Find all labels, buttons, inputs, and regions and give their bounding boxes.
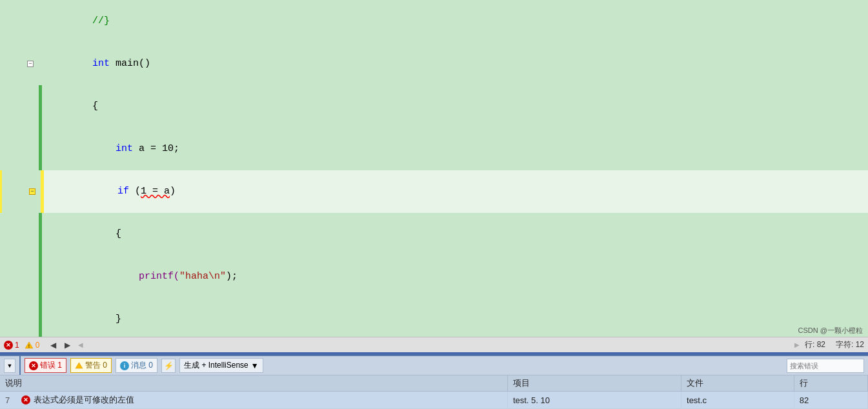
line-text-4: int a = 10; (42, 128, 868, 170)
error-search-input[interactable] (787, 359, 864, 373)
nav-arrows: ◀ ▶ (47, 339, 73, 351)
scroll-arrow-right: ▶ (794, 341, 800, 348)
line-gutter-4 (0, 128, 39, 170)
keyword-int2: int (116, 143, 133, 154)
line-indicator-9 (26, 315, 35, 324)
info-badge-label: 消息 0 (131, 360, 153, 371)
cell-line: 82 (794, 392, 867, 409)
code-comment: //} (92, 15, 110, 26)
line-text-5: if (1 = a) (44, 170, 868, 213)
code-line-8: printf("haha\n"); (0, 255, 868, 298)
collapse-button-2[interactable]: − (27, 61, 34, 67)
info-badge-icon: i (120, 361, 129, 370)
col-info: 字符: 12 (836, 339, 864, 350)
error-panel: ▼ ✕ 错误 1 警告 0 i 消息 0 ⚡ 生成 + IntelliSense… (0, 355, 868, 409)
table-row[interactable]: 7 ✕ 表达式必须是可修改的左值 test. 5. 10 test.c 82 (0, 392, 868, 409)
build-label: 生成 + IntelliSense (184, 360, 248, 371)
func-printf: printf( (139, 271, 179, 282)
code-brace2: { (116, 228, 121, 239)
code-text2: a = 10; (133, 143, 179, 154)
toolbar-separator1 (19, 356, 21, 375)
error-cell: 7 ✕ 表达式必须是可修改的左值 (5, 394, 502, 406)
indent7 (92, 228, 116, 239)
code-line-3: { (0, 85, 868, 128)
code-content: //} − int main() { (0, 0, 868, 337)
warning-filter-button[interactable]: 警告 0 (70, 358, 112, 373)
warning-count-label: 0 (35, 341, 40, 350)
line-gutter-9 (0, 298, 39, 337)
line-indicator-1 (26, 17, 35, 26)
string-haha: "haha\n" (179, 271, 226, 282)
line-text-3: { (42, 85, 868, 128)
attribution: CSDN @一颗小橙粒 (798, 326, 863, 335)
error-table: 说明 项目 文件 行 7 ✕ 表达式必须是可修改的左值 test. 5. 10 … (0, 375, 868, 409)
status-bar: ✕ 1 ! 0 ◀ ▶ ◀ ▶ 行: 82 字符: 12 (0, 337, 868, 352)
warning-badge-icon (75, 362, 83, 369)
code-editor: //} − int main() { (0, 0, 868, 337)
warning-count: ! 0 (25, 341, 40, 350)
code-if-cond: ( (129, 186, 141, 197)
cell-description: 7 ✕ 表达式必须是可修改的左值 (0, 392, 507, 409)
info-filter-button[interactable]: i 消息 0 (116, 358, 157, 373)
error-badge-label: 错误 1 (40, 360, 62, 371)
code-if-close: ) (170, 186, 176, 197)
filter-icon: ⚡ (164, 361, 174, 370)
code-line-2: − int main() (0, 43, 868, 85)
row-info: 行: 82 (805, 339, 825, 350)
line-indicator-5: − (28, 187, 37, 196)
error-toolbar: ▼ ✕ 错误 1 警告 0 i 消息 0 ⚡ 生成 + IntelliSense… (0, 356, 868, 375)
code-line-4: int a = 10; (0, 128, 868, 170)
line-indicator-8 (26, 272, 35, 281)
collapse-button-5[interactable]: − (29, 188, 35, 195)
line-indicator-4 (26, 145, 35, 154)
code-line-7: { (0, 213, 868, 255)
line-text-2: int main() (42, 43, 868, 85)
col-description: 说明 (0, 375, 507, 392)
line-text-8: printf("haha\n"); (42, 255, 868, 298)
col-line: 行 (794, 375, 867, 392)
code-paren: ); (226, 271, 237, 282)
line-gutter-3 (0, 85, 39, 128)
code-line-9: } (0, 298, 868, 337)
build-dropdown-icon: ▼ (251, 361, 259, 370)
error-expression: 1 = a (141, 186, 170, 197)
col-project: 项目 (507, 375, 681, 392)
indent9 (92, 314, 116, 324)
line-gutter-2: − (0, 43, 39, 85)
indent8 (92, 271, 139, 282)
line-gutter-1 (0, 0, 39, 43)
error-row-num: 7 (5, 395, 18, 405)
indent5 (94, 186, 117, 197)
line-gutter-8 (0, 255, 39, 298)
svg-marker-2 (76, 363, 83, 368)
scroll-arrow-left: ◀ (78, 341, 83, 348)
code-brace3: } (116, 314, 121, 324)
line-indicator-7 (26, 230, 35, 239)
error-filter-button[interactable]: ✕ 错误 1 (25, 358, 66, 373)
indent (92, 143, 116, 154)
filter-button[interactable]: ⚡ (161, 359, 176, 373)
line-gutter-7 (0, 213, 39, 255)
prev-error-button[interactable]: ◀ (47, 339, 59, 351)
line-text-1: //} (42, 0, 868, 43)
next-error-button[interactable]: ▶ (61, 339, 73, 351)
cell-file: test.c (681, 392, 794, 409)
line-text-9: } (42, 298, 868, 337)
build-select[interactable]: 生成 + IntelliSense ▼ (179, 358, 263, 373)
keyword-int: int (92, 58, 110, 69)
code-text: main() (110, 58, 150, 69)
error-row-icon: ✕ (21, 395, 30, 404)
code-line-1: //} (0, 0, 868, 43)
cell-project: test. 5. 10 (507, 392, 681, 409)
line-gutter-5: − (2, 170, 41, 213)
panel-dropdown[interactable]: ▼ (4, 359, 15, 373)
error-icon: ✕ (4, 341, 13, 350)
keyword-if: if (117, 186, 129, 197)
code-brace: { (92, 101, 98, 112)
error-description-text: 表达式必须是可修改的左值 (34, 394, 134, 406)
warning-icon: ! (25, 341, 34, 350)
warning-badge-label: 警告 0 (85, 360, 107, 371)
col-file: 文件 (681, 375, 794, 392)
error-badge-icon: ✕ (29, 361, 38, 370)
line-indicator-2[interactable]: − (26, 59, 35, 68)
